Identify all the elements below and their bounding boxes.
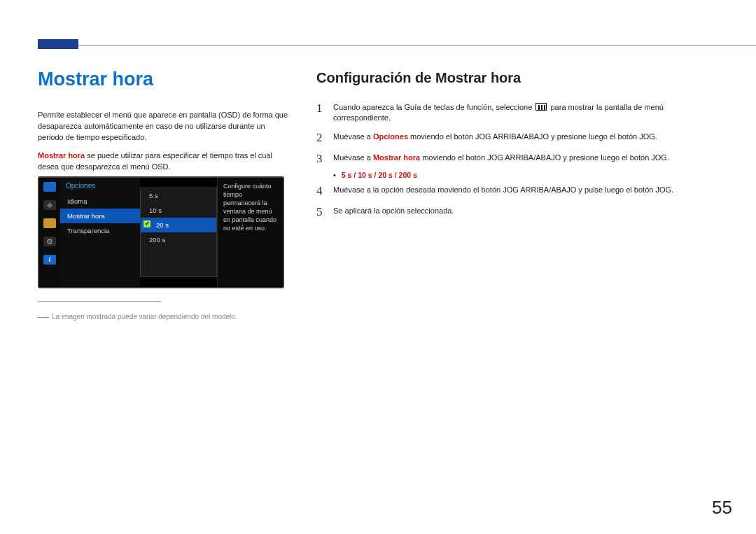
osd-description: Configure cuánto tiempo permanecerá la v…: [217, 178, 283, 287]
eq-icon: [43, 218, 56, 228]
footnote-dash: ―: [38, 311, 49, 323]
options-bullet: •5 s / 10 s / 20 s / 200 s: [333, 171, 718, 179]
osd-item-mostrar-hora: Mostrar hora: [60, 209, 140, 223]
footnote-rule: [38, 301, 161, 302]
steps-list: 1 Cuando aparezca la Guía de teclas de f…: [316, 102, 718, 227]
osd-submenu: 5 s 10 s 20 s 200 s: [140, 188, 217, 277]
intro-p1: Permite establecer el menú que aparece e…: [38, 109, 288, 143]
osd-item-idioma: Idioma: [60, 194, 140, 209]
intro-block: Permite establecer el menú que aparece e…: [38, 109, 288, 172]
osd-opt-10s: 10 s: [141, 203, 216, 218]
step-3: 3 Muévase a Mostrar hora moviendo el bot…: [316, 153, 718, 165]
step-4: 4 Muévase a la opción deseada moviendo e…: [316, 185, 718, 197]
section-title: Configuración de Mostrar hora: [316, 70, 521, 86]
osd-item-transparencia: Transparencia: [60, 223, 140, 238]
header-accent: [38, 39, 78, 49]
header-rule: [38, 45, 756, 45]
intro-p2: Mostrar hora se puede utilizar para espe…: [38, 150, 288, 172]
intro-highlight: Mostrar hora: [38, 151, 85, 160]
osd-opt-5s: 5 s: [141, 188, 216, 203]
monitor-icon: [43, 182, 56, 192]
osd-screenshot: ✥ ⚙ i Opciones Idioma Mostrar hora Trans…: [38, 176, 284, 288]
osd-menu-header: Opciones: [60, 179, 140, 194]
osd-menu: Opciones Idioma Mostrar hora Transparenc…: [60, 178, 140, 287]
page-number: 55: [712, 497, 732, 519]
step-1: 1 Cuando aparezca la Guía de teclas de f…: [316, 102, 718, 123]
page-title: Mostrar hora: [38, 69, 153, 90]
menu-icon: [536, 103, 547, 111]
move-icon: ✥: [43, 200, 56, 210]
osd-opt-200s: 200 s: [141, 232, 216, 247]
footnote: ―La imagen mostrada puede variar dependi…: [38, 311, 290, 323]
step-5: 5 Se aplicará la opción seleccionada.: [316, 206, 718, 218]
step-2: 2 Muévase a Opciones moviendo el botón J…: [316, 132, 718, 144]
osd-icon-rail: ✥ ⚙ i: [39, 178, 60, 287]
info-icon: i: [43, 255, 56, 265]
gear-icon: ⚙: [43, 237, 56, 246]
osd-opt-20s: 20 s: [141, 218, 216, 232]
